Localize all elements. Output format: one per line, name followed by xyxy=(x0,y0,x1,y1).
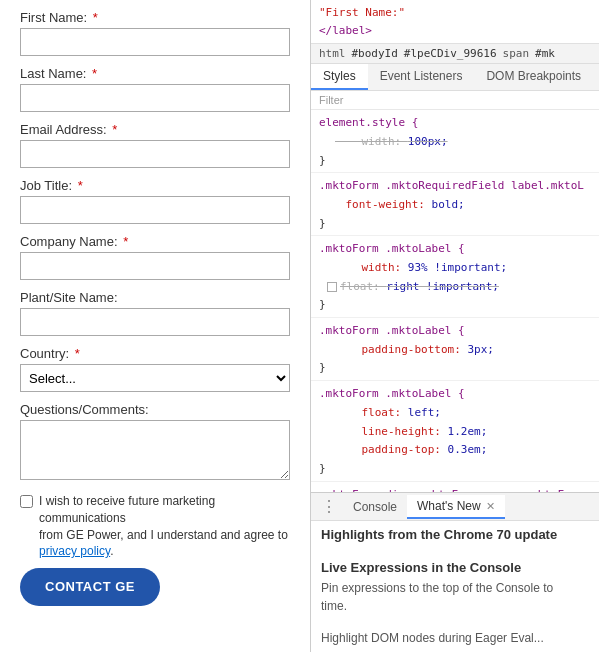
country-required: * xyxy=(75,346,80,361)
email-field: Email Address: * xyxy=(20,122,290,168)
css-block-mktolabel-2: .mktoForm .mktoLabel { padding-bottom: 3… xyxy=(311,318,599,381)
bc-span[interactable]: span xyxy=(503,47,530,60)
job-title-field: Job Title: * xyxy=(20,178,290,224)
bc-html[interactable]: html xyxy=(319,47,346,60)
email-label: Email Address: * xyxy=(20,122,290,137)
live-expr-desc: Pin expressions to the top of the Consol… xyxy=(321,579,589,615)
styles-content: element.style { width: 100px; } .mktoFor… xyxy=(311,110,599,492)
country-label: Country: * xyxy=(20,346,290,361)
country-label-text: Country: xyxy=(20,346,69,361)
last-name-label-text: Last Name: xyxy=(20,66,86,81)
css-prop-float-right: float: right !important; xyxy=(340,280,499,293)
css-selector-element-style: element.style { xyxy=(319,116,418,129)
code-close-tag: </label> xyxy=(319,24,372,37)
css-brace-2: } xyxy=(319,298,326,311)
company-field: Company Name: * xyxy=(20,234,290,280)
console-menu-icon[interactable]: ⋮ xyxy=(315,493,343,520)
devtools-panel: "First Name:" </label> html #bodyId #lpe… xyxy=(310,0,599,652)
devtools-tabs: Styles Event Listeners DOM Breakpoints xyxy=(311,64,599,91)
job-title-input[interactable] xyxy=(20,196,290,224)
css-prop-width-1: width: 100px; xyxy=(319,135,448,148)
devtools-breadcrumb: html #bodyId #lpeCDiv_99616 span #mk xyxy=(311,44,599,64)
plant-site-label-text: Plant/Site Name: xyxy=(20,290,118,305)
live-expr-desc-text: Pin expressions to the top of the Consol… xyxy=(321,581,553,595)
questions-label: Questions/Comments: xyxy=(20,402,290,417)
tab-whats-new[interactable]: What's New ✕ xyxy=(407,495,505,519)
first-name-required: * xyxy=(93,10,98,25)
questions-textarea[interactable] xyxy=(20,420,290,480)
css-selector-mktolabel-2: .mktoForm .mktoLabel { xyxy=(319,324,465,337)
company-label: Company Name: * xyxy=(20,234,290,249)
email-label-text: Email Address: xyxy=(20,122,107,137)
tab-event-listeners[interactable]: Event Listeners xyxy=(368,64,475,90)
form-panel: First Name: * Last Name: * Email Address… xyxy=(0,0,310,652)
country-select[interactable]: Select... United States Canada United Ki… xyxy=(20,364,290,392)
code-string-value: "First Name:" xyxy=(319,6,405,19)
css-prop-float-right-row: float: right !important; xyxy=(319,280,499,293)
marketing-checkbox-row: I wish to receive future marketing commu… xyxy=(20,493,290,560)
last-name-input[interactable] xyxy=(20,84,290,112)
css-prop-padding-top: padding-top: 0.3em; xyxy=(319,443,487,456)
css-brace-1: } xyxy=(319,154,326,167)
css-prop-padding-bottom: padding-bottom: 3px; xyxy=(319,343,494,356)
css-prop-line-height: line-height: 1.2em; xyxy=(319,425,487,438)
css-block-required-field: .mktoForm .mktoRequiredField label.mktoL… xyxy=(311,173,599,236)
css-prop-float-left: float: left; xyxy=(319,406,441,419)
css-prop-width-pct: width: 93% !important; xyxy=(319,261,507,274)
bc-lpecdiv[interactable]: #lpeCDiv_99616 xyxy=(404,47,497,60)
css-brace-req-open xyxy=(319,198,346,211)
console-body: Highlights from the Chrome 70 update Liv… xyxy=(311,521,599,652)
console-area: ⋮ Console What's New ✕ Highlights from t… xyxy=(311,492,599,652)
plant-site-input[interactable] xyxy=(20,308,290,336)
job-title-label-text: Job Title: xyxy=(20,178,72,193)
contact-ge-button[interactable]: CONTACT GE xyxy=(20,568,160,606)
whats-new-title: Highlights from the Chrome 70 update xyxy=(321,527,589,542)
live-expr-suffix: time. xyxy=(321,599,347,613)
css-block-mktolabel-1: .mktoForm .mktoLabel { width: 93% !impor… xyxy=(311,236,599,318)
css-block-mktoform-div: .mktoForm div, .mktoForm span, .mktoFor … xyxy=(311,482,599,492)
tab-styles[interactable]: Styles xyxy=(311,64,368,90)
css-brace-3: } xyxy=(319,361,326,374)
whats-new-close-icon[interactable]: ✕ xyxy=(486,500,495,512)
last-name-required: * xyxy=(92,66,97,81)
last-name-label: Last Name: * xyxy=(20,66,290,81)
console-tabs: ⋮ Console What's New ✕ xyxy=(311,493,599,521)
css-selector-mktolabel-3: .mktoForm .mktoLabel { xyxy=(319,387,465,400)
checkbox-suffix: . xyxy=(110,544,113,558)
css-block-element-style: element.style { width: 100px; } xyxy=(311,110,599,173)
tab-console[interactable]: Console xyxy=(343,496,407,518)
css-block-mktolabel-3: .mktoForm .mktoLabel { float: left; line… xyxy=(311,381,599,481)
tab-dom-breakpoints[interactable]: DOM Breakpoints xyxy=(474,64,593,90)
country-field: Country: * Select... United States Canad… xyxy=(20,346,290,392)
company-required: * xyxy=(123,234,128,249)
highlight-text: Highlight DOM nodes during Eager Eval... xyxy=(321,629,589,647)
checkbox-text-before: I wish to receive future marketing commu… xyxy=(39,494,215,525)
bc-bodyid[interactable]: #bodyId xyxy=(352,47,398,60)
company-label-text: Company Name: xyxy=(20,234,118,249)
email-input[interactable] xyxy=(20,140,290,168)
css-brace-4: } xyxy=(319,462,326,475)
bc-mk[interactable]: #mk xyxy=(535,47,555,60)
privacy-policy-link[interactable]: privacy policy xyxy=(39,544,110,558)
marketing-checkbox[interactable] xyxy=(20,495,33,508)
css-selector-mktolabel-1: .mktoForm .mktoLabel { xyxy=(319,242,465,255)
company-input[interactable] xyxy=(20,252,290,280)
questions-field: Questions/Comments: xyxy=(20,402,290,483)
filter-bar: Filter xyxy=(311,91,599,110)
job-title-required: * xyxy=(78,178,83,193)
first-name-label: First Name: * xyxy=(20,10,290,25)
marketing-checkbox-text: I wish to receive future marketing commu… xyxy=(39,493,290,560)
css-checkbox-float[interactable] xyxy=(327,282,337,292)
questions-label-text: Questions/Comments: xyxy=(20,402,149,417)
whats-new-tab-label: What's New xyxy=(417,499,481,513)
first-name-label-text: First Name: xyxy=(20,10,87,25)
last-name-field: Last Name: * xyxy=(20,66,290,112)
filter-label: Filter xyxy=(319,94,343,106)
css-prop-fontweight: font-weight: bold; xyxy=(346,198,465,211)
plant-site-label: Plant/Site Name: xyxy=(20,290,290,305)
css-selector-required: .mktoForm .mktoRequiredField label.mktoL xyxy=(319,179,584,192)
first-name-input[interactable] xyxy=(20,28,290,56)
email-required: * xyxy=(112,122,117,137)
first-name-field: First Name: * xyxy=(20,10,290,56)
devtools-code-snippet: "First Name:" </label> xyxy=(311,0,599,44)
